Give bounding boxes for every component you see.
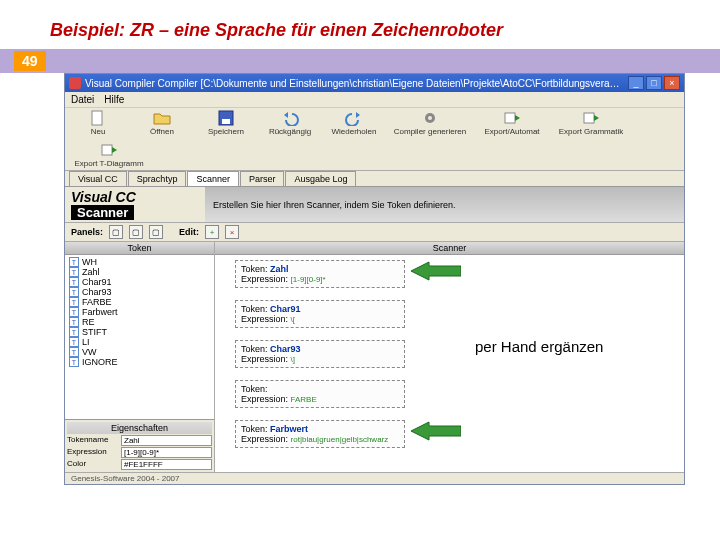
banner-hint: Erstellen Sie hier Ihren Scanner, indem … (205, 187, 684, 222)
properties-header: Eigenschaften (67, 422, 212, 434)
token-card-char91[interactable]: Token: Char91 Expression: \[ (235, 300, 405, 328)
tool-undo[interactable]: Rückgängig (261, 110, 319, 136)
page-number-badge: 49 (14, 51, 46, 71)
token-card-char93[interactable]: Token: Char93 Expression: \] (235, 340, 405, 368)
export-icon (502, 110, 522, 126)
panel-btn-1[interactable]: ▢ (109, 225, 123, 239)
tab-sprachtyp[interactable]: Sprachtyp (128, 171, 187, 186)
list-item[interactable]: TZahl (67, 267, 212, 277)
scanner-column-header: Scanner (215, 242, 684, 255)
save-icon (216, 110, 236, 126)
gear-icon (420, 110, 440, 126)
edit-add-button[interactable]: + (205, 225, 219, 239)
list-item[interactable]: TWH (67, 257, 212, 267)
panels-label: Panels: (71, 227, 103, 237)
prop-tokenname-value[interactable]: Zahl (121, 435, 212, 446)
list-item[interactable]: TChar93 (67, 287, 212, 297)
tab-log[interactable]: Ausgabe Log (285, 171, 356, 186)
token-column-header: Token (65, 242, 214, 255)
slide-title: Beispiel: ZR – eine Sprache für einen Ze… (0, 0, 720, 49)
maximize-button[interactable]: □ (646, 76, 662, 90)
list-item[interactable]: TIGNORE (67, 357, 212, 367)
panel-btn-3[interactable]: ▢ (149, 225, 163, 239)
tab-scanner[interactable]: Scanner (187, 171, 239, 186)
redo-icon (344, 110, 364, 126)
toolbar: Neu Öffnen Speichern Rückgängig Wiederho… (65, 108, 684, 171)
banner: Visual CC Scanner Erstellen Sie hier Ihr… (65, 187, 684, 223)
arrow-icon (411, 260, 461, 282)
list-item[interactable]: TSTIFT (67, 327, 212, 337)
list-item[interactable]: TChar91 (67, 277, 212, 287)
prop-expression-value[interactable]: [1-9][0-9]* (121, 447, 212, 458)
arrow-icon (411, 420, 461, 442)
app-icon (69, 77, 81, 89)
left-column: Token TWH TZahl TChar91 TChar93 TFARBE T… (65, 242, 215, 472)
token-list: TWH TZahl TChar91 TChar93 TFARBE TFarbwe… (65, 255, 214, 419)
list-item[interactable]: TRE (67, 317, 212, 327)
svg-rect-0 (92, 111, 102, 125)
tool-redo[interactable]: Wiederholen (325, 110, 383, 136)
export-icon (581, 110, 601, 126)
tool-export-automat[interactable]: Export/Automat (477, 110, 547, 136)
prop-tokenname-label: Tokenname (67, 435, 121, 446)
menu-file[interactable]: Datei (71, 94, 94, 105)
tab-visualcc[interactable]: Visual CC (69, 171, 127, 186)
tool-export-tdiagram[interactable]: Export T-Diagramm (69, 142, 149, 168)
tab-parser[interactable]: Parser (240, 171, 285, 186)
tool-new[interactable]: Neu (69, 110, 127, 136)
edit-label: Edit: (179, 227, 199, 237)
list-item[interactable]: TLI (67, 337, 212, 347)
page-strip: 49 (0, 49, 720, 73)
prop-color-value[interactable]: #FE1FFFF (121, 459, 212, 470)
tool-save[interactable]: Speichern (197, 110, 255, 136)
edit-remove-button[interactable]: × (225, 225, 239, 239)
close-button[interactable]: × (664, 76, 680, 90)
svg-rect-7 (102, 145, 112, 155)
app-window: Visual Compiler Compiler [C:\Dokumente u… (64, 73, 685, 485)
titlebar: Visual Compiler Compiler [C:\Dokumente u… (65, 74, 684, 92)
svg-marker-8 (411, 262, 461, 280)
list-item[interactable]: TFarbwert (67, 307, 212, 317)
menubar: Datei Hilfe (65, 92, 684, 108)
tabs: Visual CC Sprachtyp Scanner Parser Ausga… (65, 171, 684, 187)
list-item[interactable]: TFARBE (67, 297, 212, 307)
svg-marker-9 (411, 422, 461, 440)
banner-logo: Visual CC Scanner (65, 187, 205, 222)
export-icon (99, 142, 119, 158)
new-icon (88, 110, 108, 126)
minimize-button[interactable]: _ (628, 76, 644, 90)
undo-icon (280, 110, 300, 126)
open-icon (152, 110, 172, 126)
workspace: Token TWH TZahl TChar91 TChar93 TFARBE T… (65, 242, 684, 472)
svg-rect-2 (222, 119, 230, 124)
prop-expression-label: Expression (67, 447, 121, 458)
token-card-farbe[interactable]: Token: Expression: FARBE (235, 380, 405, 408)
right-column: Scanner Token: Zahl Expression: [1-9][0-… (215, 242, 684, 472)
panel-btn-2[interactable]: ▢ (129, 225, 143, 239)
token-card-zahl[interactable]: Token: Zahl Expression: [1-9][0-9]* (235, 260, 405, 288)
annotation-text: per Hand ergänzen (475, 338, 603, 355)
panels-bar: Panels: ▢ ▢ ▢ Edit: + × (65, 223, 684, 242)
svg-rect-6 (584, 113, 594, 123)
tool-open[interactable]: Öffnen (133, 110, 191, 136)
prop-color-label: Color (67, 459, 121, 470)
window-title: Visual Compiler Compiler [C:\Dokumente u… (85, 78, 628, 89)
token-card-farbwert[interactable]: Token: Farbwert Expression: rot|blau|gru… (235, 420, 405, 448)
list-item[interactable]: TVW (67, 347, 212, 357)
properties-panel: Eigenschaften TokennameZahl Expression[1… (65, 419, 214, 472)
tool-compile[interactable]: Compiler generieren (389, 110, 471, 136)
menu-help[interactable]: Hilfe (104, 94, 124, 105)
svg-point-4 (428, 116, 432, 120)
statusbar: Genesis-Software 2004 - 2007 (65, 472, 684, 484)
tool-export-grammar[interactable]: Export Grammatik (553, 110, 629, 136)
svg-rect-5 (505, 113, 515, 123)
